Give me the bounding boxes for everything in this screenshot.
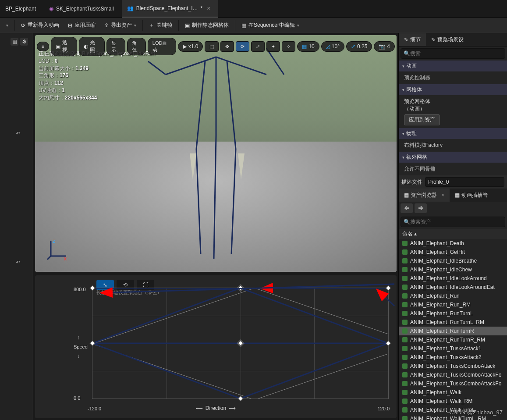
asset-icon	[402, 390, 408, 395]
show-button[interactable]: 显示	[106, 38, 125, 55]
nav-fwd-button[interactable]: 🡲	[415, 203, 427, 213]
asset-item[interactable]: ANIM_Elephant_TusksComboAttackFo	[399, 370, 507, 379]
character-button[interactable]: 角色	[127, 38, 146, 55]
asset-item[interactable]: ANIM_Elephant_TusksComboAttackFo	[399, 379, 507, 388]
misc-tool-2[interactable]: ✧	[282, 41, 295, 52]
menu-dropdown[interactable]: ▾	[2, 19, 13, 32]
asset-item[interactable]: ANIM_Elephant_IdleLookAround	[399, 274, 507, 283]
asset-item[interactable]: ANIM_Elephant_RunTurnR	[399, 327, 507, 335]
section-physics[interactable]: ▾物理	[399, 128, 507, 139]
asset-item[interactable]: ANIM_Elephant_RunTurnL	[399, 309, 507, 318]
tab-sk-tusks[interactable]: ◉SK_ElephantTusksSmall	[44, 0, 122, 18]
details-search[interactable]: 🔍	[401, 48, 505, 59]
asset-item[interactable]: ANIM_Elephant_IdleBreathe	[399, 256, 507, 265]
main-toolbar: ▾ ⟳重新导入动画 ⊟应用压缩 ⇪导出资产▾ ＋关键帧 ▣制作静态网格体 ▦在S…	[0, 18, 507, 33]
asset-name: ANIM_Elephant_RunTurnL_RM	[410, 319, 484, 325]
redo-icon[interactable]: ↶	[16, 260, 33, 266]
reimport-anim-button[interactable]: ⟳重新导入动画	[17, 19, 64, 32]
asset-icon	[402, 293, 408, 299]
undo-icon[interactable]: ↶	[16, 131, 33, 137]
apply-compression-button[interactable]: ⊟应用压缩	[64, 19, 100, 32]
search-input[interactable]	[410, 50, 502, 57]
asset-item[interactable]: ANIM_Elephant_RunTurnL_RM	[399, 318, 507, 327]
angle-snap[interactable]: ◿10°	[321, 41, 344, 52]
tab-label: BlendSpace_Elephant_I…	[136, 5, 198, 11]
nav-back-button[interactable]: 🡰	[401, 203, 413, 213]
grid-icon[interactable]: ▦	[11, 38, 18, 46]
section-animation[interactable]: ▾动画	[399, 61, 507, 71]
asset-item[interactable]: ANIM_Elephant_IdleChew	[399, 265, 507, 274]
asset-browser-tab[interactable]: ▦资产浏览器×	[399, 189, 450, 202]
scale-snap[interactable]: ⤢0.25	[346, 41, 372, 52]
export-asset-button[interactable]: ⇪导出资产▾	[100, 19, 141, 32]
camera-speed[interactable]: 📷4	[374, 41, 395, 52]
close-icon[interactable]: ×	[441, 192, 444, 198]
asset-item[interactable]: ANIM_Elephant_Death	[399, 239, 507, 248]
details-tab[interactable]: ✎细节	[399, 33, 426, 46]
preview-scene-tab[interactable]: ✎预览场景设	[426, 33, 469, 46]
section-extramesh[interactable]: ▾额外网格	[399, 152, 507, 163]
grid-snap[interactable]: ▦10	[297, 41, 319, 52]
asset-item[interactable]: ANIM_Elephant_IdleLookAroundEat	[399, 283, 507, 292]
section-mesh[interactable]: ▾网格体	[399, 84, 507, 95]
tab-label: BP_Elephant	[5, 6, 36, 12]
asset-item[interactable]: ANIM_Elephant_RunTurnR_RM	[399, 335, 507, 344]
asset-name: ANIM_Elephant_RunTurnR_RM	[410, 337, 485, 343]
settings-icon[interactable]: ⚙	[20, 38, 28, 46]
svg-line-7	[196, 149, 201, 254]
select-tool[interactable]: ⬚	[205, 41, 219, 52]
asset-search-input[interactable]	[410, 219, 502, 225]
profile-input[interactable]	[425, 177, 504, 187]
blend-grid[interactable]	[92, 288, 389, 399]
perspective-button[interactable]: ▣透视	[51, 37, 77, 56]
blendspace-editor[interactable]: ⤡ ⟲ ⛶ 长按Ctrl键设置预览点（绿色） 800.0 0.0 Speed ↑…	[35, 275, 397, 418]
asset-item[interactable]: ANIM_Elephant_Walk_RM	[399, 397, 507, 406]
anim-slot-tab[interactable]: ▦动画插槽管	[450, 189, 493, 202]
keyframe-button[interactable]: ＋关键帧	[145, 19, 177, 32]
preview-controller-row: 预览控制器	[399, 71, 507, 84]
asset-item[interactable]: ANIM_Elephant_Walk	[399, 388, 507, 397]
viewport-menu-button[interactable]: ≡	[37, 42, 49, 51]
asset-item[interactable]: ANIM_Elephant_GetHit	[399, 248, 507, 256]
svg-line-16	[47, 256, 51, 260]
asset-item[interactable]: ANIM_Elephant_TusksAttack1	[399, 344, 507, 353]
asset-item[interactable]: ANIM_Elephant_Run_RM	[399, 300, 507, 309]
tab-bp-elephant[interactable]: BP_Elephant	[0, 0, 44, 18]
edit-in-sequencer-button[interactable]: ▦在Sequencer中编辑▾	[237, 19, 304, 32]
asset-item[interactable]: ANIM_Elephant_TusksAttack2	[399, 353, 507, 362]
y-arrows-icon: ↑↓	[77, 335, 80, 359]
play-speed-button[interactable]: ▶x1.0	[178, 41, 203, 52]
asset-name: ANIM_Elephant_IdleLookAround	[410, 275, 487, 281]
apply-to-asset-button[interactable]: 应用到资产	[404, 114, 440, 125]
scale-tool[interactable]: ⤢	[251, 41, 265, 52]
x-axis-label: ⟵ Direction ⟶	[196, 405, 236, 411]
move-tool[interactable]: ✥	[220, 41, 234, 52]
tab-blendspace[interactable]: 👥BlendSpace_Elephant_I…*×	[122, 0, 219, 18]
watermark: CSDN @Zhichao_97	[449, 409, 503, 416]
svg-line-6	[227, 61, 236, 149]
svg-line-21	[241, 288, 389, 343]
asset-name: ANIM_Elephant_IdleChew	[410, 267, 472, 273]
close-icon[interactable]: ×	[207, 5, 210, 12]
preview-mesh-label: 预览网格体	[404, 98, 502, 105]
asset-icon	[402, 381, 408, 386]
asset-icon	[402, 311, 408, 316]
asset-name: ANIM_Elephant_IdleBreathe	[410, 258, 477, 264]
skeleton-preview	[144, 48, 288, 263]
rotate-tool[interactable]: ⟳	[236, 41, 249, 52]
svg-line-5	[196, 61, 205, 149]
svg-line-0	[166, 57, 216, 75]
make-staticmesh-button[interactable]: ▣制作静态网格体	[181, 19, 233, 32]
pencil-icon: ✎	[431, 37, 436, 43]
asset-item[interactable]: ANIM_Elephant_Run	[399, 292, 507, 300]
asset-item[interactable]: ANIM_Elephant_TusksComboAttack	[399, 362, 507, 370]
asset-name: ANIM_Elephant_TusksComboAttack	[410, 363, 495, 369]
lighting-button[interactable]: ◐光照	[79, 37, 105, 56]
misc-tool-1[interactable]: ✦	[266, 41, 280, 52]
lod-button[interactable]: LOD自动	[148, 38, 176, 55]
asset-search[interactable]: 🔍	[401, 217, 505, 227]
sequencer-icon: ▦	[241, 22, 246, 28]
column-header-name[interactable]: 命名 ▴	[399, 229, 507, 239]
svg-text:z: z	[53, 238, 55, 244]
asset-icon	[402, 258, 408, 263]
